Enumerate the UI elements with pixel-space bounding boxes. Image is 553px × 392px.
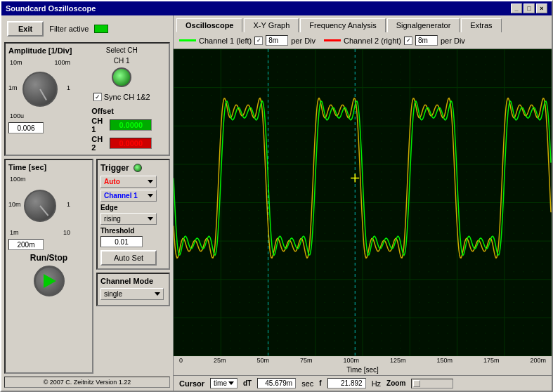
oscilloscope-canvas xyxy=(174,49,552,356)
close-button[interactable]: × xyxy=(536,4,547,13)
dt-label: dT xyxy=(243,379,252,387)
time-section: Time [sec] 100m 10m 1 1m 10 xyxy=(4,159,93,374)
ch1-led[interactable] xyxy=(112,67,131,87)
minimize-button[interactable]: _ xyxy=(511,4,522,13)
amplitude-left: Amplitude [1/Div] 10m 100m 1m 1 100u xyxy=(8,46,72,133)
channel-mode-dropdown[interactable]: single xyxy=(100,288,164,300)
zoom-slider[interactable] xyxy=(411,379,453,388)
trigger-column: Trigger Auto Channel 1 Edge xyxy=(96,159,170,374)
tab-oscilloscope[interactable]: Oscilloscope xyxy=(176,18,242,32)
ch2-per-div-unit: per Div xyxy=(441,37,465,45)
zoom-label: Zoom xyxy=(386,379,405,387)
ch1-offset-label: CH 1 xyxy=(91,117,107,133)
cursor-label: Cursor xyxy=(179,379,204,388)
time-knob[interactable] xyxy=(24,190,56,222)
x-axis-ticks: 0 25m 50m 75m 100m 125m 150m 175m 200m xyxy=(174,356,552,365)
amplitude-section: Amplitude [1/Div] 10m 100m 1m 1 100u xyxy=(4,42,170,156)
time-small-input[interactable]: 200m xyxy=(8,239,44,250)
threshold-label: Threshold xyxy=(100,227,166,235)
ch1-offset-row: CH 1 xyxy=(91,117,152,133)
amplitude-small-input[interactable]: 0.006 xyxy=(8,122,44,133)
cursor-bar: Cursor time dT 45.679m sec f 21.892 Hz Z… xyxy=(174,375,552,391)
dt-unit: sec xyxy=(301,379,313,388)
tab-signalgenerator[interactable]: Signalgenerator xyxy=(387,18,460,32)
tab-xy-graph[interactable]: X-Y Graph xyxy=(244,18,299,32)
oscilloscope-display[interactable] xyxy=(174,49,552,356)
sync-row: ✓ Sync CH 1&2 xyxy=(93,93,150,101)
exit-button[interactable]: Exit xyxy=(7,21,44,37)
time-label-topleft: 100m xyxy=(10,176,26,183)
threshold-input[interactable]: 0.01 xyxy=(100,236,143,247)
maximize-button[interactable]: □ xyxy=(523,4,535,13)
trigger-channel-dropdown[interactable]: Channel 1 xyxy=(100,190,157,202)
tick-125m: 125m xyxy=(390,357,406,364)
copyright: © 2007 C. Zeitnitz Version 1.22 xyxy=(4,377,170,388)
tab-frequency-analysis[interactable]: Frequency Analysis xyxy=(300,18,385,32)
trigger-edge-arrow xyxy=(148,217,153,221)
time-title: Time [sec] xyxy=(8,163,89,171)
amplitude-knob[interactable] xyxy=(22,72,58,107)
ch1-legend-label: Channel 1 (left) xyxy=(199,37,252,45)
filter-label: Filter active xyxy=(49,25,89,33)
time-knob-line xyxy=(39,205,48,216)
tick-75m: 75m xyxy=(300,357,313,364)
trigger-title: Trigger xyxy=(100,163,129,173)
ch2-visible-checkbox[interactable]: ✓ xyxy=(404,37,412,45)
sync-label: Sync CH 1&2 xyxy=(104,93,150,101)
ch1-per-div-unit: per Div xyxy=(291,37,315,45)
ch2-offset-label: CH 2 xyxy=(91,135,107,152)
amp-label-midleft: 1m xyxy=(8,84,18,91)
ch1-per-div-input[interactable] xyxy=(266,35,288,46)
f-unit: Hz xyxy=(372,379,381,388)
tab-extras[interactable]: Extras xyxy=(461,18,501,32)
dt-value: 45.679m xyxy=(257,378,296,388)
channel-mode-section: Channel Mode single xyxy=(96,273,170,306)
tab-bar: Oscilloscope X-Y Graph Frequency Analysi… xyxy=(174,15,552,32)
ch2-offset-input[interactable] xyxy=(110,138,152,149)
cursor-type-button[interactable]: time xyxy=(210,378,238,388)
tick-175m: 175m xyxy=(483,357,500,364)
select-ch-label: Select CH xyxy=(106,46,138,54)
tick-25m: 25m xyxy=(214,357,226,364)
ch2-legend-label: Channel 2 (right) xyxy=(344,37,401,45)
trigger-led xyxy=(134,164,142,172)
ch1-offset-input[interactable] xyxy=(110,119,152,131)
filter-active-indicator xyxy=(94,25,108,33)
amplitude-knob-area: 10m 100m 1m 1 100u xyxy=(8,58,72,121)
ch2-offset-row: CH 2 xyxy=(91,135,152,152)
auto-set-button[interactable]: Auto Set xyxy=(100,250,157,266)
amplitude-knob-line xyxy=(39,89,47,101)
run-stop-label: Run/Stop xyxy=(30,253,67,263)
f-value: 21.892 xyxy=(327,378,366,388)
play-icon xyxy=(44,274,56,288)
tick-0: 0 xyxy=(179,357,183,364)
right-panel: Oscilloscope X-Y Graph Frequency Analysi… xyxy=(174,15,552,391)
trigger-section: Trigger Auto Channel 1 Edge xyxy=(96,159,170,270)
tick-200m: 200m xyxy=(530,357,546,364)
time-label-botleft: 1m xyxy=(10,229,19,236)
zoom-thumb xyxy=(413,380,420,387)
amp-label-botleft: 100u xyxy=(10,112,24,119)
content-area: Exit Filter active Amplitude [1/Div] 10m… xyxy=(1,15,552,391)
edge-label: Edge xyxy=(100,204,166,211)
trigger-mode-dropdown[interactable]: Auto xyxy=(100,176,157,188)
time-label-midleft: 10m xyxy=(8,201,21,208)
channel-mode-label: Channel Mode xyxy=(100,277,166,285)
channel-mode-arrow xyxy=(155,292,160,296)
channel-legend: Channel 1 (left) ✓ per Div Channel 2 (ri… xyxy=(174,32,552,49)
run-stop-button[interactable] xyxy=(34,266,65,296)
sync-checkbox[interactable]: ✓ xyxy=(93,93,102,101)
offset-title: Offset xyxy=(91,107,114,115)
amp-label-topright: 100m xyxy=(54,59,70,66)
ch1-visible-checkbox[interactable]: ✓ xyxy=(254,37,263,45)
amp-label-topleft: 10m xyxy=(10,59,22,66)
title-bar-buttons: _ □ × xyxy=(511,4,547,13)
ch2-per-div-input[interactable] xyxy=(415,35,438,46)
ch1-label: CH 1 xyxy=(114,57,130,65)
title-bar: Soundcard Oszilloscope _ □ × xyxy=(1,1,552,15)
amplitude-title: Amplitude [1/Div] xyxy=(8,46,72,55)
ch2-line-indicator xyxy=(324,39,341,41)
trigger-edge-dropdown[interactable]: rising xyxy=(100,213,157,225)
x-axis-label: Time [sec] xyxy=(174,365,552,375)
cursor-type-value: time xyxy=(214,379,227,387)
